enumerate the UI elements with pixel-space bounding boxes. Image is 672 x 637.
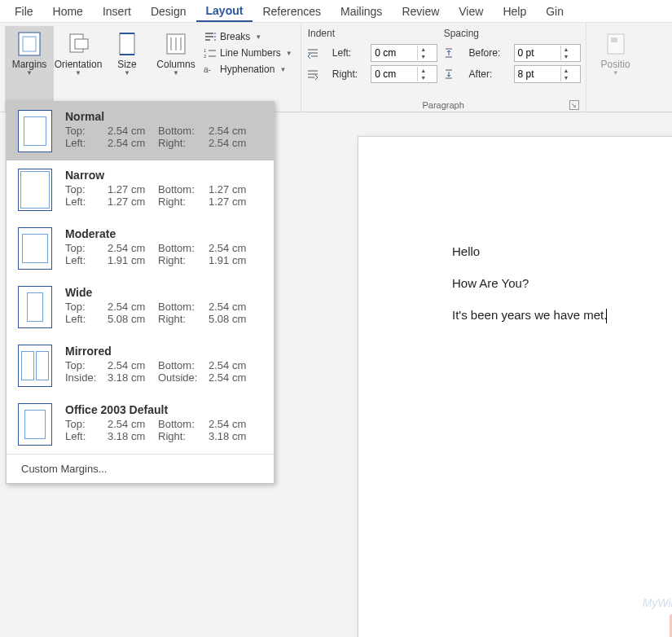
- orientation-button[interactable]: Orientation ▼: [54, 26, 103, 112]
- line-numbers-button[interactable]: 12 Line Numbers ▼: [200, 46, 296, 60]
- margins-dropdown: NormalTop:2.54 cmBottom:2.54 cmLeft:2.54…: [6, 101, 275, 484]
- columns-icon: [163, 31, 189, 57]
- doc-line: How Are You?: [452, 275, 672, 292]
- line-numbers-label: Line Numbers: [220, 47, 281, 59]
- margins-icon: [16, 31, 42, 57]
- hyphenation-button[interactable]: a- Hyphenation ▼: [200, 62, 296, 77]
- spacing-before-label: Before:: [469, 47, 509, 59]
- paragraph-group-title: Paragraph: [422, 98, 463, 112]
- group-arrange: Positio ▼: [586, 23, 645, 112]
- margin-preset-moderate[interactable]: ModerateTop:2.54 cmBottom:2.54 cmLeft:1.…: [7, 219, 274, 278]
- spinner-down-icon[interactable]: ▼: [418, 74, 428, 81]
- indent-left-input[interactable]: [371, 47, 417, 59]
- position-button[interactable]: Positio ▼: [591, 26, 640, 77]
- svg-rect-3: [75, 39, 88, 49]
- spacing-after-input[interactable]: [515, 68, 560, 80]
- doc-line: It's been years we have met.: [452, 306, 672, 323]
- chevron-down-icon: ▼: [75, 69, 81, 77]
- svg-rect-12: [608, 34, 624, 54]
- margin-preset-wide[interactable]: WideTop:2.54 cmBottom:2.54 cmLeft:5.08 c…: [7, 278, 274, 336]
- margin-preset-thumb-icon: [18, 169, 52, 211]
- svg-rect-0: [19, 33, 40, 55]
- margins-label: Margins: [12, 59, 47, 70]
- size-button[interactable]: Size ▼: [103, 26, 152, 112]
- margin-preset-thumb-icon: [18, 286, 52, 328]
- group-page-setup: Margins ▼ Orientation ▼ Size ▼ Columns ▼: [0, 23, 301, 112]
- spacing-before-spinner[interactable]: ▲▼: [514, 44, 581, 62]
- spinner-down-icon[interactable]: ▼: [418, 53, 428, 60]
- chevron-down-icon: ▼: [286, 50, 292, 57]
- margins-button[interactable]: Margins ▼: [5, 26, 54, 112]
- margin-preset-name: Office 2003 Default: [65, 403, 264, 416]
- margin-preset-info: NormalTop:2.54 cmBottom:2.54 cmLeft:2.54…: [65, 110, 264, 152]
- columns-button[interactable]: Columns ▼: [152, 26, 200, 112]
- indent-right-input[interactable]: [371, 68, 417, 80]
- ribbon-tabs: File Home Insert Design Layout Reference…: [0, 0, 672, 23]
- spacing-before-input[interactable]: [515, 47, 560, 59]
- svg-rect-4: [120, 33, 134, 55]
- chevron-down-icon: ▼: [26, 69, 33, 77]
- size-label: Size: [117, 59, 136, 70]
- hyphenation-label: Hyphenation: [220, 64, 275, 75]
- spinner-up-icon[interactable]: ▲: [561, 46, 572, 53]
- margin-preset-info: ModerateTop:2.54 cmBottom:2.54 cmLeft:1.…: [65, 227, 264, 270]
- doc-line: Hello: [452, 243, 672, 260]
- tab-view[interactable]: View: [449, 2, 493, 21]
- chevron-down-icon: ▼: [279, 66, 286, 73]
- document-area: Hello How Are You? It's been years we ha…: [342, 112, 672, 637]
- spinner-down-icon[interactable]: ▼: [561, 74, 572, 81]
- spinner-up-icon[interactable]: ▲: [418, 67, 428, 74]
- indent-left-label: Left:: [332, 47, 367, 59]
- tab-help[interactable]: Help: [493, 2, 536, 21]
- margin-preset-normal[interactable]: NormalTop:2.54 cmBottom:2.54 cmLeft:2.54…: [7, 102, 274, 160]
- tab-gin[interactable]: Gin: [536, 2, 573, 21]
- spinner-up-icon[interactable]: ▲: [561, 67, 572, 74]
- page-content: Hello How Are You? It's been years we ha…: [358, 137, 672, 323]
- indent-right-spinner[interactable]: ▲▼: [371, 65, 437, 83]
- margin-preset-info: NarrowTop:1.27 cmBottom:1.27 cmLeft:1.27…: [65, 169, 264, 211]
- tab-mailings[interactable]: Mailings: [331, 2, 392, 21]
- svg-rect-13: [611, 37, 617, 42]
- margin-preset-narrow[interactable]: NarrowTop:1.27 cmBottom:1.27 cmLeft:1.27…: [7, 160, 274, 219]
- tab-design[interactable]: Design: [141, 2, 196, 21]
- breaks-button[interactable]: Breaks ▼: [200, 29, 296, 44]
- chevron-down-icon: ▼: [124, 69, 130, 77]
- margin-preset-info: WideTop:2.54 cmBottom:2.54 cmLeft:5.08 c…: [65, 286, 264, 328]
- ribbon: Margins ▼ Orientation ▼ Size ▼ Columns ▼: [0, 23, 672, 112]
- margin-preset-info: MirroredTop:2.54 cmBottom:2.54 cmInside:…: [65, 345, 264, 387]
- tab-home[interactable]: Home: [43, 2, 93, 21]
- svg-text:1: 1: [204, 48, 207, 53]
- tab-references[interactable]: References: [253, 2, 331, 21]
- spinner-up-icon[interactable]: ▲: [418, 46, 428, 53]
- spacing-after-spinner[interactable]: ▲▼: [514, 65, 581, 83]
- document-page[interactable]: Hello How Are You? It's been years we ha…: [358, 137, 672, 637]
- margin-preset-mirrored[interactable]: MirroredTop:2.54 cmBottom:2.54 cmInside:…: [7, 336, 274, 395]
- size-icon: [114, 31, 140, 57]
- indent-heading: Indent: [308, 28, 335, 39]
- margin-preset-name: Moderate: [65, 227, 264, 240]
- spacing-after-icon: [442, 68, 455, 80]
- margin-preset-name: Mirrored: [65, 345, 264, 358]
- orientation-label: Orientation: [55, 59, 103, 70]
- spinner-down-icon[interactable]: ▼: [561, 53, 572, 60]
- margin-preset-thumb-icon: [18, 345, 52, 387]
- watermark-text: MyWindowsHub.com: [643, 596, 672, 609]
- paragraph-dialog-launcher[interactable]: ↘: [569, 100, 579, 110]
- indent-right-icon: [306, 68, 319, 80]
- custom-margins-button[interactable]: Custom Margins...: [7, 454, 274, 483]
- margin-preset-office-2003-default[interactable]: Office 2003 DefaultTop:2.54 cmBottom:2.5…: [7, 395, 274, 454]
- breaks-label: Breaks: [220, 31, 250, 42]
- svg-text:2: 2: [204, 54, 207, 59]
- tab-insert[interactable]: Insert: [93, 2, 141, 21]
- spacing-after-label: After:: [469, 68, 509, 80]
- svg-text:a-: a-: [204, 65, 211, 74]
- page-setup-stack: Breaks ▼ 12 Line Numbers ▼ a- Hyphenatio…: [200, 26, 296, 112]
- tab-layout[interactable]: Layout: [196, 1, 253, 22]
- chevron-down-icon: ▼: [613, 69, 619, 77]
- group-paragraph: Indent Spacing Left: ▲▼ Before: ▲▼ Right…: [301, 23, 586, 112]
- tab-review[interactable]: Review: [392, 2, 449, 21]
- margin-preset-name: Wide: [65, 286, 264, 299]
- columns-label: Columns: [156, 59, 195, 70]
- indent-left-spinner[interactable]: ▲▼: [371, 44, 437, 62]
- tab-file[interactable]: File: [5, 2, 43, 21]
